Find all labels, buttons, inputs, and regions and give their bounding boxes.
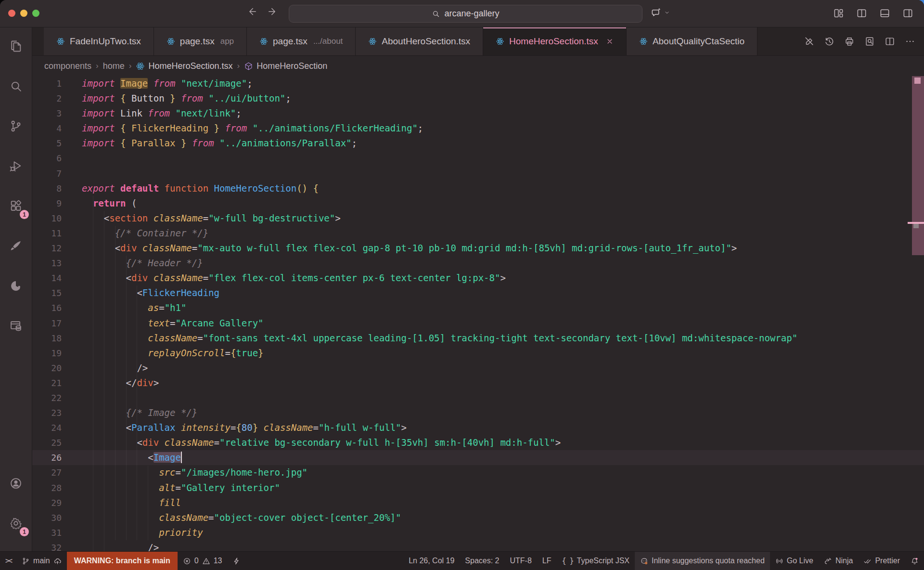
tab-aboutherosection-tsx[interactable]: AboutHeroSection.tsx [356,27,483,55]
code-line[interactable]: 26 <Image [32,450,924,465]
inline-suggest-disabled-icon[interactable] [804,36,814,47]
scrollbar[interactable] [912,76,924,551]
breadcrumb-symbol-label: HomeHeroSection [257,61,327,71]
line-content: import { Parallax } from "../animations/… [62,136,357,151]
activitybar-item-settings[interactable]: 1 [4,511,28,535]
print-icon[interactable] [844,36,855,47]
tab-page-tsx[interactable]: page.tsxapp [154,27,247,55]
statusbar-prettier[interactable]: Prettier [858,552,905,570]
error-icon [183,557,191,565]
activitybar-item-run-debug[interactable] [4,154,28,178]
code-line[interactable]: 14 <div className="flex flex-col items-c… [32,271,924,285]
tab-homeherosection-tsx[interactable]: HomeHeroSection.tsx [483,27,627,55]
minimize-window-button[interactable] [20,10,27,17]
code-line[interactable]: 8export default function HomeHeroSection… [32,181,924,196]
code-line[interactable]: 22 [32,390,924,405]
more-actions-icon[interactable] [905,36,915,47]
statusbar-notifications[interactable] [905,552,924,570]
code-line[interactable]: 32 /> [32,540,924,551]
activitybar-item-source-control[interactable] [4,114,28,138]
breadcrumb-folder[interactable]: components [44,61,91,71]
search-in-editor-icon[interactable] [864,36,875,47]
code-line[interactable]: 13 {/* Header */} [32,256,924,271]
statusbar-branch-warning[interactable]: WARNING: branch is main [67,552,178,570]
maximize-window-button[interactable] [32,10,39,17]
code-line[interactable]: 27 src="/images/home-hero.jpg" [32,465,924,480]
code-line[interactable]: 1import Image from "next/image"; [32,76,924,91]
back-arrow-icon[interactable] [246,6,257,17]
breadcrumb-file[interactable]: HomeHeroSection.tsx [136,61,232,71]
code-editor[interactable]: 1import Image from "next/image";2import … [32,76,924,551]
code-line[interactable]: 28 alt="Gallery interior" [32,480,924,495]
statusbar-eol[interactable]: LF [537,552,557,570]
activitybar-item-extensions[interactable]: 1 [4,194,28,218]
activitybar-item-explorer[interactable] [4,34,28,58]
statusbar-encoding[interactable]: UTF-8 [505,552,537,570]
indent-guide [126,256,127,540]
code-line[interactable]: 29 fill [32,495,924,510]
code-line[interactable]: 11 {/* Container */} [32,226,924,241]
breadcrumb-symbol[interactable]: HomeHeroSection [244,61,327,71]
code-line[interactable]: 21 </div> [32,376,924,390]
code-line[interactable]: 31 priority [32,525,924,540]
tab-label: FadeInUpTwo.tsx [70,36,141,47]
tab-fadeinuptwo-tsx[interactable]: FadeInUpTwo.tsx [44,27,154,55]
forward-arrow-icon[interactable] [268,6,278,17]
line-number: 9 [32,196,62,211]
search-icon [432,10,440,18]
statusbar-cursor-position[interactable]: Ln 26, Col 19 [403,552,460,570]
line-content: fill [62,495,181,510]
code-line[interactable]: 12 <div className="mx-auto w-full flex f… [32,241,924,256]
line-content: {/* Header */} [62,256,203,271]
statusbar-remote-indicator[interactable]: >< [0,552,16,570]
code-line[interactable]: 9 return ( [32,196,924,211]
code-line[interactable]: 10 <section className="w-full bg-destruc… [32,211,924,226]
statusbar-indentation[interactable]: Spaces: 2 [460,552,504,570]
toggle-panel-left-icon[interactable] [856,8,867,19]
statusbar-git-branch[interactable]: main [16,552,67,570]
code-line[interactable]: 23 {/* Image */} [32,405,924,420]
code-line[interactable]: 3import Link from "next/link"; [32,106,924,121]
toggle-panel-bottom-icon[interactable] [879,8,890,19]
code-line[interactable]: 7 [32,166,924,181]
toggle-sidebar-right-icon[interactable] [902,8,913,19]
explorer-icon [9,39,23,53]
statusbar-bolt[interactable] [227,552,246,570]
statusbar-copilot-status[interactable]: Inline suggestions quota reached [635,552,770,570]
code-line[interactable]: 30 className="object-cover object-[cente… [32,510,924,525]
code-line[interactable]: 18 className="font-sans text-4xl upperca… [32,331,924,346]
tab-aboutqualityctasectio[interactable]: AboutQualityCtaSectio [627,27,757,55]
split-editor-icon[interactable] [885,36,895,47]
code-line[interactable]: 19 replayOnScroll={true} [32,346,924,361]
code-line[interactable]: 2import { Button } from "../ui/button"; [32,91,924,106]
code-line[interactable]: 20 /> [32,361,924,376]
code-line[interactable]: 24 <Parallax intensity={80} className="h… [32,420,924,435]
customize-layout-icon[interactable] [833,8,844,19]
indent-guide [115,226,116,540]
code-line[interactable]: 4import { FlickerHeading } from "../anim… [32,121,924,136]
activitybar-item-brush-tool[interactable] [4,234,28,258]
scrollbar-slider[interactable] [912,76,924,255]
statusbar-go-live[interactable]: Go Live [770,552,819,570]
code-line[interactable]: 25 <div className="relative bg-secondary… [32,435,924,450]
line-content: alt="Gallery interior" [62,480,280,495]
statusbar-language-mode[interactable]: { }TypeScript JSX [557,552,635,570]
activitybar-item-pie-tool[interactable] [4,274,28,298]
activitybar-item-database-client[interactable] [4,314,28,338]
code-line[interactable]: 17 text="Arcane Gallery" [32,316,924,331]
copilot-chat-button[interactable] [651,7,670,18]
activitybar-item-search[interactable] [4,74,28,98]
code-line[interactable]: 5import { Parallax } from "../animations… [32,136,924,151]
breadcrumb-folder[interactable]: home [103,61,125,71]
command-center-search[interactable]: arcane-gallery [289,5,642,23]
code-line[interactable]: 16 as="h1" [32,300,924,315]
timeline-history-icon[interactable] [824,36,834,47]
line-number: 23 [32,405,62,420]
activitybar-item-accounts[interactable] [4,471,28,495]
tab-page-tsx[interactable]: page.tsx.../about [247,27,356,55]
statusbar-ninja[interactable]: Ninja [819,552,858,570]
code-line[interactable]: 15 <FlickerHeading [32,285,924,300]
statusbar-problems[interactable]: 013 [178,552,228,570]
close-window-button[interactable] [8,10,15,17]
code-line[interactable]: 6 [32,151,924,166]
